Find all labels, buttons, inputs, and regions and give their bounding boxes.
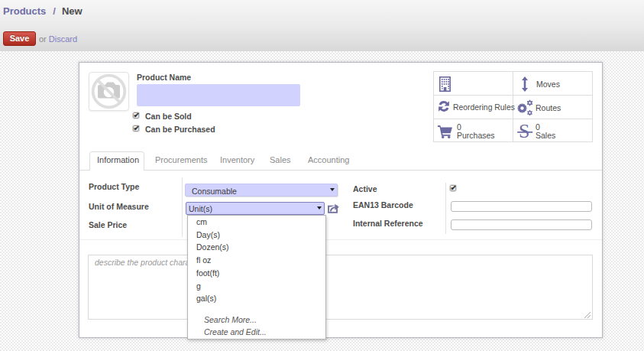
svg-text:S: S: [519, 122, 529, 140]
